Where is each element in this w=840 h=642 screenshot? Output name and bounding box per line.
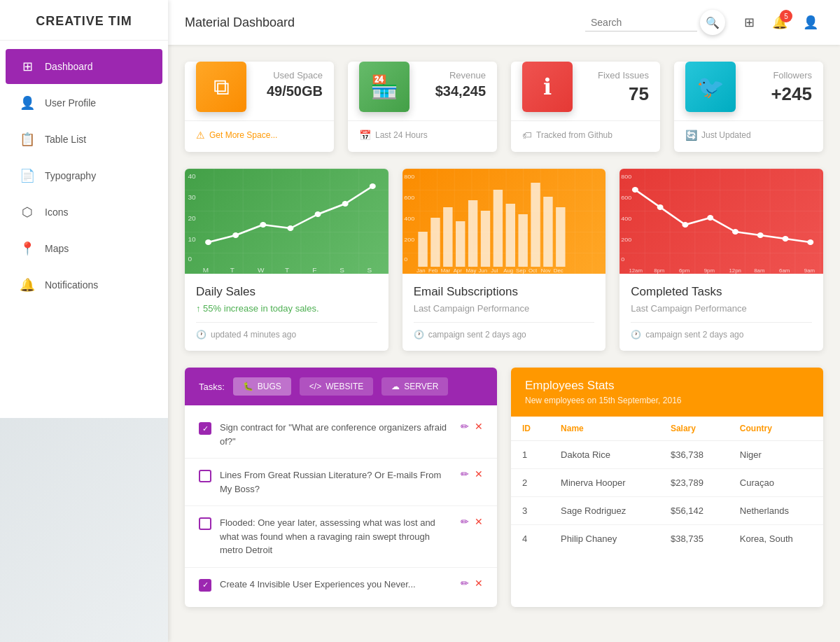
sidebar-item-dashboard[interactable]: ⊞ Dashboard [6,49,162,84]
table-row: 3 Sage Rodriguez $56,142 Netherlands [511,497,823,525]
svg-point-7 [232,232,239,238]
svg-text:12am: 12am [629,267,643,273]
edit-task-4-button[interactable]: ✏ [461,578,469,589]
revenue-footer-text: Last 24 Hours [375,130,428,140]
stat-card-header-revenue: 🏪 Revenue $34,245 [348,62,497,112]
sidebar-item-label-table: Table List [45,134,86,145]
svg-point-58 [682,222,689,228]
svg-text:400: 400 [622,215,632,221]
svg-text:40: 40 [188,173,195,180]
chart-card-daily-sales: 40 30 20 10 0 M T [185,169,388,351]
employee-id-4: 4 [511,525,550,553]
employee-name-4: Philip Chaney [550,525,659,553]
task-checkbox-4[interactable]: ✓ [199,579,211,592]
edit-task-1-button[interactable]: ✏ [461,421,469,432]
task-checkbox-2[interactable] [199,470,211,482]
tab-server-label: SERVER [404,382,438,391]
svg-rect-28 [443,207,452,267]
tasks-card: Tasks: 🐛 BUGS </> WEBSITE ☁ SERVER [185,368,497,607]
delete-task-1-button[interactable]: ✕ [475,421,483,432]
search-input[interactable] [585,14,697,32]
calendar-icon: 📅 [359,130,371,141]
edit-task-3-button[interactable]: ✏ [461,516,469,527]
svg-text:Sep: Sep [516,267,526,273]
notifications-button[interactable]: 🔔 5 [767,10,792,35]
used-space-info: Used Space 49/50GB [246,62,323,99]
user-menu-button[interactable]: 👤 [798,10,823,35]
tag-icon: 🏷 [522,130,532,141]
delete-task-3-button[interactable]: ✕ [475,516,483,527]
chart-card-email: 800 600 400 200 0 [402,169,606,351]
stat-card-fixed-issues: ℹ Fixed Issues 75 🏷 Tracked from Github [511,62,660,152]
followers-footer-text: Just Updated [701,130,751,140]
email-subscriptions-chart: 800 600 400 200 0 [402,169,606,274]
svg-text:9pm: 9pm [704,267,715,273]
svg-text:0: 0 [622,256,625,262]
email-title: Email Subscriptions [414,285,595,299]
fixed-issues-footer-text: Tracked from Github [536,130,612,140]
employee-salary-3: $56,142 [659,497,729,525]
svg-text:20: 20 [188,215,195,222]
svg-text:12pn: 12pn [729,267,741,273]
svg-point-57 [657,204,664,210]
svg-rect-26 [418,232,427,267]
svg-text:9am: 9am [804,267,815,273]
revenue-icon: 🏪 [359,62,410,112]
task-checkbox-1[interactable]: ✓ [199,422,211,435]
completed-tasks-body: Completed Tasks Last Campaign Performanc… [620,274,823,351]
completed-tasks-footer: 🕐 campaign sent 2 days ago [631,322,812,340]
svg-text:F: F [312,267,316,274]
task-item: ✓ Create 4 Invisible User Experiences yo… [185,568,497,601]
svg-text:Jun: Jun [478,267,487,273]
main-content: Material Dashboard 🔍 ⊞ 🔔 5 👤 ⧉ Used Spac… [168,0,840,642]
col-country: Country [729,417,823,441]
tab-bugs[interactable]: 🐛 BUGS [233,377,291,396]
search-container: 🔍 [585,10,725,35]
tasks-header: Tasks: 🐛 BUGS </> WEBSITE ☁ SERVER [185,368,497,405]
svg-text:T: T [230,267,234,274]
task-item: Lines From Great Russian Literature? Or … [185,459,497,506]
svg-text:800: 800 [404,173,414,179]
sidebar-item-typography[interactable]: 📄 Typography [6,158,162,193]
revenue-label: Revenue [410,70,486,81]
employees-table: ID Name Salary Country 1 Dakota Rice $36… [511,417,823,552]
svg-point-11 [342,201,349,207]
page-title: Material Dashboard [185,15,585,30]
svg-text:8am: 8am [755,267,765,273]
sidebar-item-notifications[interactable]: 🔔 Notifications [6,267,162,302]
daily-sales-chart: 40 30 20 10 0 M T [185,169,388,274]
stat-card-used-space: ⧉ Used Space 49/50GB ⚠ Get More Space... [185,62,334,152]
stat-card-header-followers: 🐦 Followers +245 [674,62,823,112]
svg-text:Dec: Dec [553,267,563,273]
notifications-icon: 🔔 [20,277,35,293]
grid-button[interactable]: ⊞ [736,10,762,35]
employee-salary-4: $38,735 [659,525,729,553]
svg-text:Feb: Feb [428,267,438,273]
followers-icon: 🐦 [685,62,736,112]
used-space-footer: ⚠ Get More Space... [185,120,334,141]
tab-server[interactable]: ☁ SERVER [382,377,448,396]
svg-point-59 [708,215,714,221]
sidebar-item-label-icons: Icons [45,207,68,218]
svg-rect-32 [493,190,502,267]
sidebar-item-user-profile[interactable]: 👤 User Profile [6,85,162,120]
task-text-2: Lines From Great Russian Literature? Or … [220,468,452,496]
search-button[interactable]: 🔍 [700,10,725,35]
delete-task-2-button[interactable]: ✕ [475,468,483,480]
sidebar-item-maps[interactable]: 📍 Maps [6,231,162,266]
tab-website[interactable]: </> WEBSITE [300,377,373,396]
sidebar-item-label-maps: Maps [45,243,69,254]
svg-text:May: May [465,267,476,273]
delete-task-4-button[interactable]: ✕ [475,578,483,589]
sidebar-item-table-list[interactable]: 📋 Table List [6,122,162,157]
sidebar-item-icons[interactable]: ⬡ Icons [6,195,162,230]
col-name: Name [550,417,659,441]
daily-sales-footer: 🕐 updated 4 minutes ago [196,322,377,340]
used-space-footer-text[interactable]: Get More Space... [209,130,277,140]
edit-task-2-button[interactable]: ✏ [461,468,469,480]
followers-value: +245 [736,83,812,105]
sidebar-item-label-typography: Typography [45,170,96,181]
tab-website-label: WEBSITE [326,382,363,391]
task-checkbox-3[interactable] [199,517,211,530]
svg-rect-29 [456,221,465,267]
